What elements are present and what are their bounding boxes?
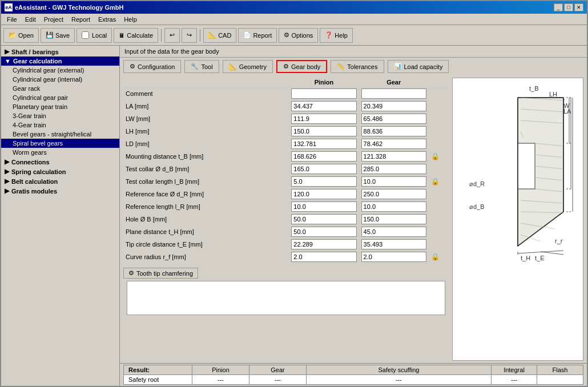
sidebar-item-cyl-int[interactable]: Cylindrical gear (internal) [1,75,119,84]
gear-input-5[interactable] [361,151,426,162]
sidebar-connections[interactable]: ▶ Connections [1,157,119,167]
report-button[interactable]: 📄 Report [238,28,277,43]
lock-icon-7[interactable]: 🔒 [431,178,440,186]
gear-diagram-svg: t_B LH LD LW LA [455,80,581,263]
gear-input-3[interactable] [361,126,426,136]
geometry-button[interactable]: 📐 Geometry [223,60,273,73]
menu-project[interactable]: Project [41,15,67,24]
sidebar-item-4gear[interactable]: 4-Gear train [1,120,119,130]
row-gear-0 [359,87,429,100]
row-lock-2 [429,112,449,125]
maximize-button[interactable]: □ [564,3,573,11]
sidebar-section-shaft: ▶ Shaft / bearings [1,47,119,57]
menu-file[interactable]: File [3,15,21,24]
gear-input-7[interactable] [361,176,426,187]
minimize-button[interactable]: _ [554,3,563,11]
lock-icon-5[interactable]: 🔒 [431,152,440,160]
row-pinion-7 [289,175,359,188]
pinion-input-4[interactable] [291,139,356,149]
gear-body-button[interactable]: ⚙ Gear body [276,60,327,73]
gear-input-12[interactable] [361,239,426,249]
tooth-tip-button[interactable]: ⚙ Tooth tip chamfering [123,268,198,279]
pinion-input-7[interactable] [291,176,356,187]
gear-input-6[interactable] [361,164,426,174]
sidebar-item-3gear[interactable]: 3-Gear train [1,111,119,120]
pinion-input-1[interactable] [291,101,356,111]
sidebar-section-gratis: ▶ Gratis modules [1,186,119,196]
tolerances-button[interactable]: 📏 Tolerances [331,60,384,73]
sidebar-gratis-label: Gratis modules [11,188,57,195]
cad-icon: 📐 [208,31,216,39]
save-button[interactable]: 💾 Save [41,28,75,43]
sidebar-item-spiral[interactable]: Spiral bevel gears [1,139,119,148]
sidebar-item-worm[interactable]: Worm gears [1,148,119,157]
pinion-input-11[interactable] [291,227,356,237]
report-label: Report [253,32,272,39]
pinion-input-2[interactable] [291,114,356,124]
config-button[interactable]: ⚙ Configuration [123,60,181,73]
gear-input-9[interactable] [361,201,426,212]
close-button[interactable]: ✕ [574,3,583,11]
sidebar-gratis[interactable]: ▶ Gratis modules [1,186,119,196]
menu-report[interactable]: Report [68,15,94,24]
local-button[interactable]: Local [76,28,112,43]
row-lock-6 [429,163,449,175]
sidebar-item-cyl-pair[interactable]: Cylindrical gear pair [1,93,119,102]
menu-edit[interactable]: Edit [22,15,39,24]
menu-bar: File Edit Project Report Extras Help [1,14,587,25]
pinion-input-5[interactable] [291,151,356,162]
sidebar-item-cyl-ext[interactable]: Cylindrical gear (external) [1,66,119,75]
pinion-input-0[interactable] [291,88,356,99]
svg-text:t_H: t_H [521,255,530,261]
tool-button[interactable]: 🔧 Tool [184,60,219,73]
sidebar-spring[interactable]: ▶ Spring calculation [1,167,119,176]
gear-input-4[interactable] [361,139,426,149]
result-area: Result: Pinion Gear Safety scuffing Inte… [120,363,587,386]
tolerances-label: Tolerances [347,63,377,70]
row-label-12: Tip circle distance t_E [mm] [123,238,289,251]
calculate-button[interactable]: 🖩 Calculate [114,28,158,43]
pinion-input-9[interactable] [291,201,356,212]
row-gear-4 [359,138,429,150]
menu-help[interactable]: Help [120,15,140,24]
pinion-input-8[interactable] [291,189,356,199]
lock-icon-13[interactable]: 🔒 [431,253,440,261]
pinion-input-3[interactable] [291,126,356,136]
load-capacity-label: Load capacity [404,63,443,70]
gear-input-1[interactable] [361,101,426,111]
sidebar-belt-label: Belt calculation [11,178,58,185]
sidebar-shaft-bearings[interactable]: ▶ Shaft / bearings [1,47,119,57]
options-button[interactable]: ⚙ Options [279,28,318,43]
sidebar-item-planetary[interactable]: Planetary gear train [1,102,119,111]
result-row-col4: --- [307,375,492,384]
gear-input-0[interactable] [361,88,426,99]
config-icon: ⚙ [130,63,135,70]
svg-line-35 [518,251,563,253]
gear-input-8[interactable] [361,189,426,199]
gear-body-icon: ⚙ [283,63,289,70]
row-gear-13 [359,251,429,263]
load-capacity-button[interactable]: 📊 Load capacity [388,60,449,73]
open-button[interactable]: 📂 Open [3,28,39,43]
sidebar-item-gear-rack[interactable]: Gear rack [1,84,119,93]
pinion-input-13[interactable] [291,252,356,262]
pinion-input-10[interactable] [291,214,356,224]
config-label: Configuration [138,63,175,70]
menu-extras[interactable]: Extras [95,15,119,24]
help-button[interactable]: ❓ Help [320,28,353,43]
sidebar-belt[interactable]: ▶ Belt calculation [1,176,119,186]
sidebar-item-bevel[interactable]: Bevel gears - straight/helical [1,130,119,139]
gear-input-13[interactable] [361,252,426,262]
gear-input-11[interactable] [361,227,426,237]
cad-button[interactable]: 📐 CAD [203,28,236,43]
sidebar-gear-calculation[interactable]: ▼ Gear calculation [1,57,119,66]
row-label-11: Plane distance t_H [mm] [123,225,289,238]
pinion-input-6[interactable] [291,164,356,174]
gear-input-2[interactable] [361,114,426,124]
local-checkbox[interactable] [82,31,89,39]
undo-button[interactable]: ↩ [164,28,180,43]
svg-text:LH: LH [549,91,557,98]
gear-input-10[interactable] [361,214,426,224]
pinion-input-12[interactable] [291,239,356,249]
redo-button[interactable]: ↪ [182,28,197,43]
